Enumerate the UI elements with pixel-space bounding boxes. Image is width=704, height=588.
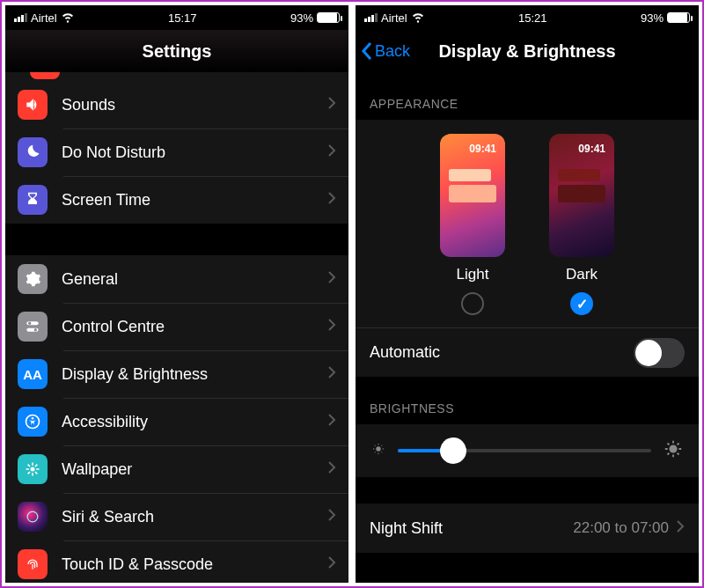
row-accessibility[interactable]: Accessibility xyxy=(5,398,348,445)
slider-thumb[interactable] xyxy=(440,437,466,464)
page-title: Display & Brightness xyxy=(438,41,615,62)
row-label: Touch ID & Passcode xyxy=(62,555,327,574)
dark-label: Dark xyxy=(566,266,598,283)
row-control-centre[interactable]: Control Centre xyxy=(5,303,348,350)
flower-icon xyxy=(18,454,48,484)
accessibility-icon xyxy=(18,407,48,437)
automatic-label: Automatic xyxy=(370,343,634,362)
battery-pct: 93% xyxy=(641,11,664,25)
row-label: Wallpaper xyxy=(62,460,327,479)
row-siri[interactable]: Siri & Search xyxy=(5,493,348,540)
clock: 15:17 xyxy=(168,11,197,25)
light-thumbnail: 09:41 xyxy=(440,134,505,257)
moon-icon xyxy=(18,137,48,167)
appearance-picker: 09:41 Light 09:41 Dark xyxy=(356,120,699,327)
nav-header: Back Display & Brightness xyxy=(356,30,699,72)
page-title: Settings xyxy=(143,41,212,62)
battery-pct: 93% xyxy=(290,11,313,25)
row-sounds[interactable]: Sounds xyxy=(5,81,348,129)
row-display-brightness[interactable]: AA Display & Brightness xyxy=(5,350,348,398)
row-screen-time[interactable]: Screen Time xyxy=(5,176,348,224)
siri-icon xyxy=(18,502,48,532)
row-wallpaper[interactable]: Wallpaper xyxy=(5,445,348,493)
fingerprint-icon xyxy=(18,549,48,579)
carrier-label: Airtel xyxy=(381,11,407,25)
chevron-right-icon xyxy=(327,508,336,526)
chevron-right-icon xyxy=(327,143,336,161)
clock: 15:21 xyxy=(518,11,547,25)
row-touch-id[interactable]: Touch ID & Passcode xyxy=(5,540,348,583)
display-brightness-screen: Airtel 15:21 93% Back Display & Brightne… xyxy=(356,5,699,583)
row-night-shift[interactable]: Night Shift 22:00 to 07:00 xyxy=(356,503,699,553)
wifi-icon xyxy=(61,10,75,26)
appearance-option-dark[interactable]: 09:41 Dark xyxy=(549,134,614,315)
appearance-header: APPEARANCE xyxy=(356,72,699,120)
prev-row-peek xyxy=(30,72,60,79)
night-shift-detail: 22:00 to 07:00 xyxy=(573,519,669,537)
sun-large-icon xyxy=(664,439,683,462)
row-automatic: Automatic xyxy=(356,327,699,377)
radio-checked-icon xyxy=(570,292,593,315)
chevron-right-icon xyxy=(327,555,336,573)
dark-thumbnail: 09:41 xyxy=(549,134,614,257)
row-general[interactable]: General xyxy=(5,255,348,303)
row-label: Screen Time xyxy=(62,191,327,209)
battery-icon xyxy=(317,12,340,23)
brightness-slider[interactable] xyxy=(398,449,651,452)
chevron-right-icon xyxy=(327,191,336,209)
carrier-label: Airtel xyxy=(31,11,57,25)
row-label: Display & Brightness xyxy=(62,365,327,384)
chevron-right-icon xyxy=(327,460,336,478)
svg-point-9 xyxy=(669,445,677,452)
svg-point-8 xyxy=(376,446,380,451)
svg-point-7 xyxy=(27,511,38,522)
brightness-header: BRIGHTNESS xyxy=(356,377,699,424)
chevron-right-icon xyxy=(327,318,336,335)
row-label: Sounds xyxy=(62,96,327,114)
battery-icon xyxy=(667,12,690,23)
status-bar: Airtel 15:21 93% xyxy=(356,5,699,30)
row-label: Siri & Search xyxy=(62,508,327,526)
nav-header: Settings xyxy=(5,30,348,72)
row-label: Control Centre xyxy=(62,318,327,336)
row-label: Do Not Disturb xyxy=(62,143,327,162)
svg-point-5 xyxy=(32,417,34,420)
hourglass-icon xyxy=(18,185,48,215)
appearance-option-light[interactable]: 09:41 Light xyxy=(440,134,505,315)
toggles-icon xyxy=(18,312,48,342)
row-dnd[interactable]: Do Not Disturb xyxy=(5,129,348,176)
chevron-right-icon xyxy=(327,413,336,430)
svg-point-3 xyxy=(34,328,37,331)
signal-icon xyxy=(14,13,27,22)
row-label: Accessibility xyxy=(62,413,327,431)
back-label: Back xyxy=(375,42,410,61)
wifi-icon xyxy=(411,10,425,26)
signal-icon xyxy=(364,13,378,22)
row-label: General xyxy=(62,270,327,289)
svg-point-2 xyxy=(28,322,31,325)
chevron-right-icon xyxy=(676,519,685,537)
chevron-right-icon xyxy=(327,270,336,288)
night-shift-label: Night Shift xyxy=(370,519,573,538)
back-button[interactable]: Back xyxy=(361,41,410,61)
light-label: Light xyxy=(457,266,489,283)
settings-screen: Airtel 15:17 93% Settings Sounds xyxy=(5,5,348,583)
radio-unchecked-icon xyxy=(461,292,484,315)
chevron-right-icon xyxy=(327,96,336,114)
speaker-icon xyxy=(18,90,48,120)
status-bar: Airtel 15:17 93% xyxy=(5,5,348,30)
text-size-icon: AA xyxy=(18,359,48,389)
brightness-slider-row xyxy=(356,424,699,477)
automatic-switch[interactable] xyxy=(634,338,685,368)
gear-icon xyxy=(18,264,48,294)
svg-point-6 xyxy=(31,467,35,472)
sun-small-icon xyxy=(371,442,385,459)
chevron-right-icon xyxy=(327,365,336,383)
